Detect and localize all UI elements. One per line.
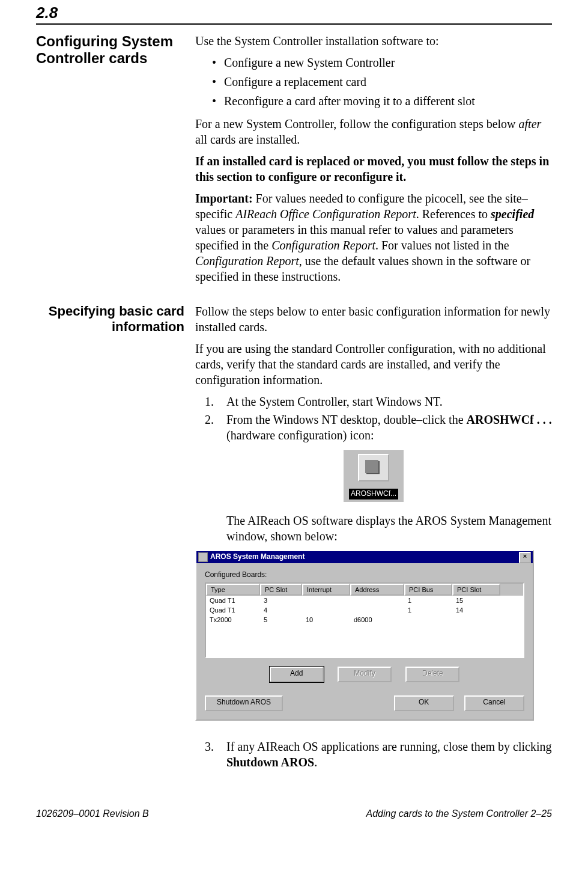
step-item: At the System Controller, start Windows …	[217, 394, 552, 409]
col-address[interactable]: Address	[350, 584, 404, 596]
intro-text: Use the System Controller installation s…	[195, 33, 552, 49]
listview-header: Type PC Slot Interrupt Address PCI Bus P…	[206, 584, 523, 596]
para-follow-steps: Follow the steps below to enter basic co…	[195, 304, 552, 335]
bullet-item: Configure a new System Controller	[212, 55, 552, 70]
footer-left: 1026209–0001 Revision B	[36, 808, 149, 819]
col-pci-slot[interactable]: PCI Slot	[452, 584, 500, 596]
bullet-list: Configure a new System Controller Config…	[195, 55, 552, 109]
heading-specifying: Specifying basic card information	[36, 304, 184, 335]
col-pci-bus[interactable]: PCI Bus	[404, 584, 452, 596]
para-new-controller: For a new System Controller, follow the …	[195, 116, 552, 147]
shutdown-aros-button[interactable]: Shutdown AROS	[205, 695, 283, 711]
window-title: AROS System Management	[210, 552, 519, 562]
page-footer: 1026209–0001 Revision B Adding cards to …	[36, 790, 552, 819]
para-important: Important: For values needed to configur…	[195, 191, 552, 284]
shortcut-icon	[358, 454, 389, 481]
close-button[interactable]: ×	[519, 552, 531, 563]
titlebar: AROS System Management ×	[196, 551, 533, 563]
step-item: From the Windows NT desktop, double–clic…	[217, 412, 552, 443]
section-specifying: Specifying basic card information Follow…	[36, 304, 552, 777]
section-rule	[36, 23, 552, 25]
bullet-item: Configure a replacement card	[212, 74, 552, 90]
para-displays-window: The AIReach OS software displays the ARO…	[195, 513, 552, 544]
list-row[interactable]: Tx2000 5 10 d6000	[206, 615, 523, 625]
delete-button: Delete	[405, 667, 459, 682]
list-row[interactable]: Quad T1 4 1 14	[206, 605, 523, 615]
add-button[interactable]: Add	[270, 667, 324, 682]
boards-listview[interactable]: Type PC Slot Interrupt Address PCI Bus P…	[205, 582, 524, 658]
para-replace-move: If an installed card is replaced or move…	[195, 153, 552, 185]
step-list: At the System Controller, start Windows …	[195, 394, 552, 443]
aroshwcf-desktop-icon[interactable]: AROSHWCf...	[344, 450, 404, 502]
cancel-button[interactable]: Cancel	[464, 695, 524, 711]
para-standard-config: If you are using the standard Controller…	[195, 341, 552, 388]
ok-button[interactable]: OK	[394, 695, 454, 711]
window-sys-icon[interactable]	[198, 552, 208, 562]
heading-configuring: Configuring System Controller cards	[36, 33, 184, 66]
step-item: If any AIReach OS applications are runni…	[217, 739, 552, 770]
bullet-item: Reconfigure a card after moving it to a …	[212, 93, 552, 109]
section-configuring: Configuring System Controller cards Use …	[36, 33, 552, 290]
col-pc-slot[interactable]: PC Slot	[260, 584, 302, 596]
section-number: 2.8	[36, 0, 552, 23]
list-row[interactable]: Quad T1 3 1 15	[206, 596, 523, 605]
configured-boards-label: Configured Boards:	[205, 570, 524, 580]
modify-button: Modify	[338, 667, 392, 682]
icon-label: AROSHWCf...	[349, 489, 398, 499]
aros-system-management-window: AROS System Management × Configured Boar…	[195, 550, 534, 721]
footer-right: Adding cards to the System Controller 2–…	[366, 808, 553, 819]
col-type[interactable]: Type	[206, 584, 260, 596]
col-interrupt[interactable]: Interrupt	[302, 584, 350, 596]
step-list-continued: If any AIReach OS applications are runni…	[195, 739, 552, 770]
